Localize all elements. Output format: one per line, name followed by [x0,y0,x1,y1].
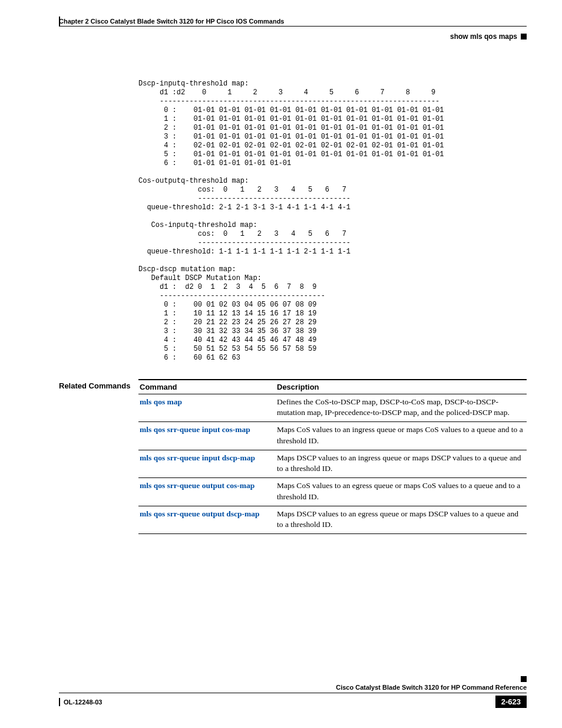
footer-doc-id: OL-12248-03 [64,699,102,706]
breadcrumb-text: show mls qos maps [450,32,517,41]
cmd-desc: Maps DSCP values to an egress queue or m… [276,506,527,533]
footer-square-icon [521,676,527,682]
breadcrumb-square-icon [521,34,527,39]
table-row: mls qos map Defines the CoS-to-DSCP map,… [138,394,527,422]
header-left-bar [59,17,60,26]
col-command: Command [138,380,276,394]
footer-book-title: Cisco Catalyst Blade Switch 3120 for HP … [59,684,527,691]
table-row: mls qos srr-queue output dscp-map Maps D… [138,506,527,533]
command-output: Dscp-inputq-threshold map: d1 :d2 0 1 2 … [138,80,527,363]
table-row: mls qos srr-queue input cos-map Maps CoS… [138,422,527,450]
breadcrumb: show mls qos maps [450,32,527,41]
cmd-link[interactable]: mls qos srr-queue input dscp-map [138,450,276,477]
running-head: Chapter 2 Cisco Catalyst Blade Switch 31… [59,18,527,25]
header-rule [59,26,527,27]
page-number: 2-623 [495,696,527,708]
cmd-link[interactable]: mls qos map [138,394,276,422]
cmd-link[interactable]: mls qos srr-queue output dscp-map [138,506,276,533]
chapter-title: Chapter 2 Cisco Catalyst Blade Switch 31… [59,18,284,25]
related-commands-table: Command Description mls qos map Defines … [138,379,527,534]
footer-left-bar [59,698,60,706]
table-row: mls qos srr-queue input dscp-map Maps DS… [138,450,527,477]
cmd-desc: Defines the CoS-to-DSCP map, DSCP-to-CoS… [276,394,527,422]
cmd-desc: Maps DSCP values to an ingress queue or … [276,450,527,477]
footer: Cisco Catalyst Blade Switch 3120 for HP … [59,684,527,708]
footer-rule [59,693,527,693]
table-row: mls qos srr-queue output cos-map Maps Co… [138,478,527,506]
cmd-desc: Maps CoS values to an egress queue or ma… [276,478,527,506]
col-description: Description [276,380,527,394]
cmd-link[interactable]: mls qos srr-queue input cos-map [138,422,276,450]
cmd-desc: Maps CoS values to an ingress queue or m… [276,422,527,450]
cmd-link[interactable]: mls qos srr-queue output cos-map [138,478,276,506]
related-commands-label: Related Commands [59,379,138,534]
